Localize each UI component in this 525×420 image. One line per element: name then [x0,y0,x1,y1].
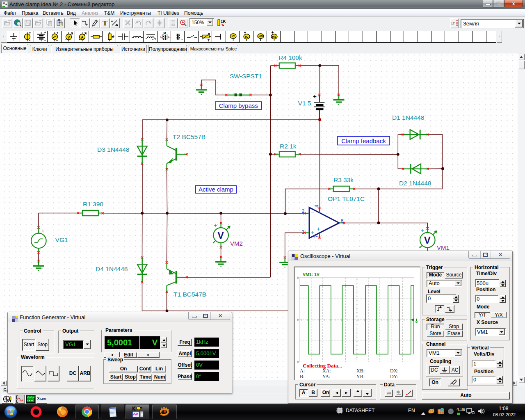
svg-text:+: + [214,222,217,228]
svg-text:T: T [208,39,210,42]
svg-text:2: 2 [302,208,305,214]
svg-text:R4 100k: R4 100k [278,54,302,61]
svg-text:T1 BC547B: T1 BC547B [173,291,206,298]
svg-text:+: + [421,227,424,234]
svg-text:1K: 1K [221,19,226,24]
svg-text:6: 6 [341,218,344,224]
svg-text:YA:: YA: [322,374,330,379]
svg-text:+: + [311,229,315,236]
svg-text:+: + [313,93,317,100]
svg-text:V: V [424,235,431,246]
svg-text:A:: A: [300,368,305,374]
svg-text:YB:: YB: [356,374,365,379]
svg-text:7: 7 [313,235,319,238]
svg-text:R2 1k: R2 1k [280,143,297,150]
svg-text:VM1: 1V: VM1: 1V [303,272,320,277]
svg-text:D4 1N4448: D4 1N4448 [96,265,128,272]
svg-text:HS: HS [258,34,262,38]
svg-text:D3 1N4448: D3 1N4448 [97,146,129,153]
svg-text:T2 BC557B: T2 BC557B [173,133,205,140]
svg-text:VG1: VG1 [55,236,68,243]
svg-text:D1 1N4448: D1 1N4448 [392,114,424,121]
svg-text:VM2: VM2 [230,240,243,247]
svg-text:VM1: VM1 [437,244,450,251]
svg-text:V: V [67,35,70,39]
svg-text:OP1 TL071C: OP1 TL071C [328,195,365,202]
svg-text:R1 390: R1 390 [83,201,103,208]
svg-text:IC: IC [231,34,235,38]
svg-text:Active clamp: Active clamp [199,186,233,193]
svg-text:SW-SPST1: SW-SPST1 [230,73,262,80]
svg-text:L₂: L₂ [168,36,171,38]
svg-text:Clamp feadback: Clamp feadback [341,137,386,144]
svg-text:IC: IC [245,35,249,39]
svg-text:T: T [103,19,107,27]
svg-text:HS: HS [272,35,276,39]
svg-text:☞: ☞ [451,20,456,26]
svg-text:M: M [163,32,166,34]
svg-text:+: + [317,225,320,232]
svg-text:+: + [41,228,45,234]
svg-text:B:: B: [300,374,304,379]
svg-text:DX:: DX: [390,368,399,374]
svg-text:D2 1N4448: D2 1N4448 [399,180,431,187]
svg-text:V: V [217,230,224,241]
svg-text:XB:: XB: [356,368,365,374]
svg-text:Clamp bypass: Clamp bypass [219,102,258,109]
svg-text:A: A [81,35,84,39]
svg-text:R3 33k: R3 33k [333,176,354,183]
svg-text:L₁: L₁ [160,36,162,38]
svg-text:−: − [310,209,314,216]
svg-text:XA:: XA: [322,368,331,374]
svg-text:DY:: DY: [390,374,398,379]
svg-text:V1 5: V1 5 [298,100,311,107]
